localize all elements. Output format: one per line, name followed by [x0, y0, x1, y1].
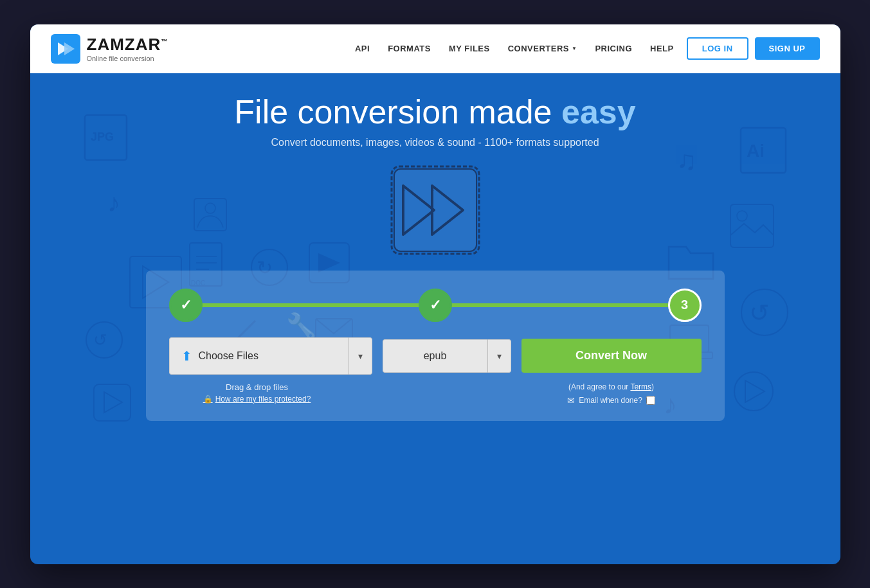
upload-icon: ⬆: [181, 348, 192, 364]
browser-window: ZAMZAR™ Online file conversion API FORMA…: [30, 24, 840, 564]
signup-button[interactable]: SIGN UP: [755, 37, 820, 60]
email-icon: ✉: [567, 395, 575, 405]
nav-api[interactable]: API: [355, 44, 370, 53]
drag-drop-info: Drag & drop files 🔒 How are my files pro…: [169, 382, 345, 404]
nav-formats[interactable]: FORMATS: [388, 44, 431, 53]
email-label: Email when done?: [579, 396, 642, 405]
step-1: ✓: [169, 289, 203, 322]
logo-icon: [51, 34, 80, 64]
svg-marker-1: [64, 42, 75, 55]
svg-marker-22: [318, 253, 340, 272]
nav-converters[interactable]: CONVERTERS: [508, 44, 577, 53]
svg-text:♪: ♪: [107, 188, 120, 217]
logo-tagline: Online file conversion: [87, 55, 168, 62]
svg-text:JPG: JPG: [91, 130, 114, 143]
svg-marker-31: [745, 380, 765, 402]
nav-help[interactable]: HELP: [650, 44, 674, 53]
format-dropdown[interactable]: ▾: [487, 339, 511, 373]
svg-rect-26: [730, 204, 774, 247]
protected-link[interactable]: 🔒 How are my files protected?: [169, 395, 345, 404]
format-select[interactable]: epub: [383, 339, 487, 373]
choose-files-button[interactable]: ⬆ Choose Files: [169, 337, 349, 375]
bg-icon-image: [728, 202, 776, 250]
step-line-2: [451, 303, 669, 307]
step-2: ✓: [419, 289, 452, 322]
choose-files-dropdown[interactable]: ▾: [349, 337, 372, 375]
bg-icon-jpg: JPG: [82, 112, 133, 163]
logo-text: ZAMZAR™ Online file conversion: [87, 35, 168, 62]
svg-rect-9: [94, 384, 131, 421]
drag-drop-text: Drag & drop files: [169, 382, 345, 392]
bg-icon-person: [191, 195, 230, 234]
svg-point-27: [737, 211, 747, 221]
conversion-widget: ✓ ✓ 3 ⬆ Choose Files: [146, 271, 725, 421]
svg-text:↺: ↺: [93, 330, 107, 350]
bg-icon-circle-arrow: ↺: [82, 317, 127, 362]
bg-icon-music2: ♫: [670, 138, 712, 179]
logo-name: ZAMZAR™: [87, 35, 168, 55]
nav-buttons: LOG IN SIGN UP: [687, 37, 820, 60]
svg-point-30: [734, 372, 773, 411]
bg-icon-play-small: [91, 382, 133, 423]
nav-my-files[interactable]: MY FILES: [449, 44, 490, 53]
svg-marker-10: [104, 392, 122, 413]
bg-icon-recycle2: ↺: [738, 285, 792, 340]
convert-info: (And agree to our Terms) ✉ Email when do…: [521, 382, 702, 405]
svg-text:Ai: Ai: [747, 141, 765, 161]
logo-area: ZAMZAR™ Online file conversion: [51, 34, 168, 64]
terms-link[interactable]: Terms: [630, 382, 651, 391]
hero-title-easy: easy: [561, 93, 636, 130]
bg-icon-ai: Ai: [738, 125, 789, 176]
center-graphic: [384, 159, 487, 264]
nav-pricing[interactable]: PRICING: [595, 44, 632, 53]
step-3: 3: [668, 289, 702, 322]
main-content: JPG ♪ ↺ DOC ↻: [30, 73, 840, 564]
convert-now-button[interactable]: Convert Now: [521, 339, 702, 373]
email-checkbox[interactable]: [646, 396, 655, 405]
bg-icon-play2: [731, 369, 776, 414]
controls-row: ⬆ Choose Files ▾ epub ▾: [169, 337, 702, 375]
format-wrapper: epub ▾: [383, 339, 511, 373]
terms-text: (And agree to our Terms): [521, 382, 702, 391]
navbar: ZAMZAR™ Online file conversion API FORMA…: [30, 24, 840, 73]
svg-text:♫: ♫: [676, 145, 697, 175]
hero-section: File conversion made easy Convert docume…: [234, 94, 635, 148]
below-controls: Drag & drop files 🔒 How are my files pro…: [169, 382, 702, 405]
step-line-1: [201, 303, 420, 307]
svg-point-37: [205, 203, 215, 213]
steps-row: ✓ ✓ 3: [169, 289, 702, 322]
hero-subtitle: Convert documents, images, videos & soun…: [234, 137, 635, 148]
email-row: ✉ Email when done?: [521, 395, 702, 405]
hero-title: File conversion made easy: [234, 94, 635, 130]
svg-text:↺: ↺: [749, 299, 770, 326]
nav-links: API FORMATS MY FILES CONVERTERS PRICING …: [355, 44, 674, 53]
bg-icon-music: ♪: [104, 183, 143, 221]
choose-files-wrapper: ⬆ Choose Files ▾: [169, 337, 372, 375]
zamzar-sketch-logo: [384, 159, 487, 262]
login-button[interactable]: LOG IN: [687, 37, 748, 60]
